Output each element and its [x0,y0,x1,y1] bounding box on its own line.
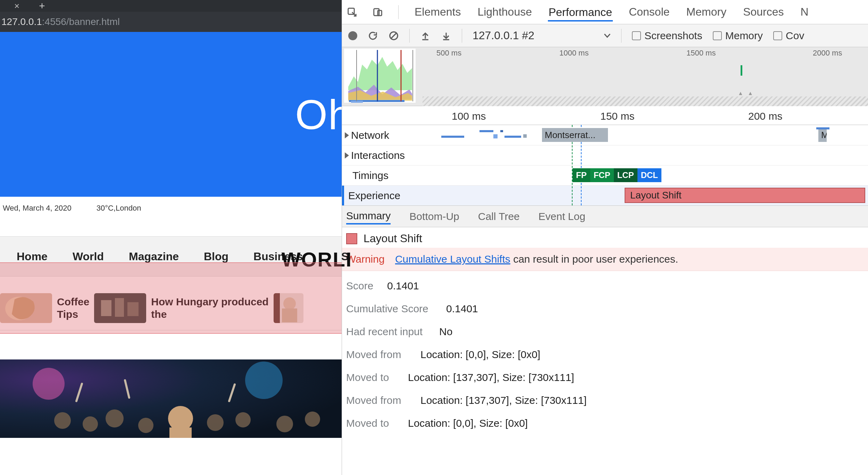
download-icon[interactable] [441,31,451,41]
disclosure-icon[interactable] [345,132,349,138]
subtab-summary[interactable]: Summary [346,210,391,224]
svg-point-12 [245,362,283,399]
detail-key: Moved from [346,395,411,406]
network-bar[interactable] [523,134,527,138]
details-subtabs: Summary Bottom-Up Call Tree Event Log [342,206,868,227]
track-timings[interactable]: Timings FP FCP LCP DCL [342,165,868,185]
subtab-event-log[interactable]: Event Log [539,211,585,222]
tab-console[interactable]: Console [628,4,670,20]
overview-minimap[interactable] [344,49,416,103]
recording-selector[interactable]: 127.0.0.1 #2 [473,29,611,42]
ticker-thumb-1[interactable] [0,293,52,323]
summary-details: Score0.1401 Cumulative Score0.1401 Had r… [342,271,868,438]
detail-key: Had recent input [346,326,429,338]
nav-magazine[interactable]: Magazine [129,250,179,263]
ticker-thumb-3[interactable] [274,293,303,323]
separator [409,29,410,43]
reload-icon[interactable] [368,31,378,41]
separator [398,5,399,19]
clear-icon[interactable] [389,31,399,41]
detail-key: Moved to [346,372,398,383]
tab-more[interactable]: N [800,4,809,20]
svg-point-15 [54,412,71,429]
detail-key: Moved from [346,349,411,361]
summary-header: Layout Shift [342,227,868,248]
browser-window: l Vision × + 127.0.0.1:4556/banner.html … [0,0,342,475]
site-title: WORLI [282,248,352,271]
timing-dcl[interactable]: DCL [637,168,661,182]
svg-rect-4 [115,298,124,317]
detail-value: 0.1401 [387,280,419,292]
timeline-tracks: Network Montserrat... M Interactions [342,125,868,206]
detail-value: Location: [0,0], Size: [0x0] [420,349,540,361]
svg-rect-8 [282,308,297,322]
network-bar[interactable] [816,127,829,129]
disclosure-icon[interactable] [345,152,349,159]
network-bar[interactable] [441,136,464,138]
svg-point-7 [283,297,296,310]
svg-point-22 [305,412,320,427]
track-experience[interactable]: Experience Layout Shift [342,185,868,205]
ticker-title-1[interactable]: Coffee Tips [57,296,89,321]
screenshots-checkbox[interactable]: Screenshots [632,30,702,42]
overview-handles[interactable]: ▲ ▲ [738,90,754,96]
track-interactions[interactable]: Interactions [342,145,868,165]
new-tab-button[interactable]: + [39,1,45,11]
nav-world[interactable]: World [73,250,104,263]
subtab-call-tree[interactable]: Call Tree [478,211,520,222]
performance-toolbar: 127.0.0.1 #2 Screenshots Memory Cov [342,24,868,47]
date-bar: Wed, March 4, 2020 30°C,London [0,197,342,220]
address-path: :4556/banner.html [42,16,120,27]
nav-home[interactable]: Home [17,250,48,263]
tab-lighthouse[interactable]: Lighthouse [477,4,533,20]
network-bar[interactable] [493,134,498,138]
tab-performance[interactable]: Performance [548,5,613,22]
detail-value: Location: [137,307], Size: [730x111] [408,372,574,383]
devtools-panel-tabs: Elements Lighthouse Performance Console … [342,0,868,24]
warning-link[interactable]: Cumulative Layout Shifts [395,253,510,265]
timing-lcp[interactable]: LCP [614,168,637,182]
timing-fcp[interactable]: FCP [590,168,614,182]
memory-checkbox[interactable]: Memory [713,30,763,42]
page-banner: Oh [0,32,342,197]
device-toggle-icon[interactable] [373,7,383,17]
timing-fp[interactable]: FP [573,168,590,182]
separator [462,29,462,43]
hero-image [0,359,342,438]
devtools-panel: Elements Lighthouse Performance Console … [342,0,868,475]
news-ticker: Coffee Tips How Hungary produced the [0,288,342,330]
close-icon[interactable]: × [14,1,19,10]
layout-shift-event[interactable]: Layout Shift [625,188,865,203]
tab-sources[interactable]: Sources [742,4,784,20]
detail-key: Cumulative Score [346,303,436,315]
ticker-title-2[interactable]: How Hungary produced the [151,296,268,321]
overview-ruler: 500 ms 1000 ms 1500 ms 2000 ms [423,47,868,58]
network-request-small[interactable]: M [818,128,827,142]
network-bar[interactable] [504,136,521,138]
inspect-icon[interactable] [347,7,357,17]
network-bar[interactable] [500,130,503,132]
timeline-overview[interactable]: 500 ms 1000 ms 1500 ms 2000 ms [342,47,868,106]
tab-memory[interactable]: Memory [686,4,727,20]
svg-rect-14 [169,427,192,438]
warning-row: Warning Cumulative Layout Shifts can res… [342,248,868,271]
address-bar[interactable]: 127.0.0.1:4556/banner.html [0,12,342,32]
record-button[interactable] [348,31,357,40]
subtab-bottom-up[interactable]: Bottom-Up [409,211,459,222]
svg-point-19 [207,414,224,431]
nav-blog[interactable]: Blog [204,250,228,263]
coverage-checkbox[interactable]: Cov [773,30,804,42]
weather-text: 30°C,London [97,204,141,213]
tab-elements[interactable]: Elements [414,4,461,20]
svg-rect-28 [378,10,382,16]
ticker-thumb-2[interactable] [94,293,146,323]
browser-tabstrip: l Vision × + [0,0,342,12]
upload-icon[interactable] [420,31,431,41]
browser-tab[interactable]: l Vision × [0,0,28,12]
network-request-montserrat[interactable]: Montserrat... [542,128,608,142]
summary-title: Layout Shift [364,232,422,245]
svg-point-21 [276,416,293,432]
svg-point-18 [138,418,153,433]
track-network[interactable]: Network Montserrat... M [342,125,868,145]
network-bar[interactable] [479,130,493,132]
